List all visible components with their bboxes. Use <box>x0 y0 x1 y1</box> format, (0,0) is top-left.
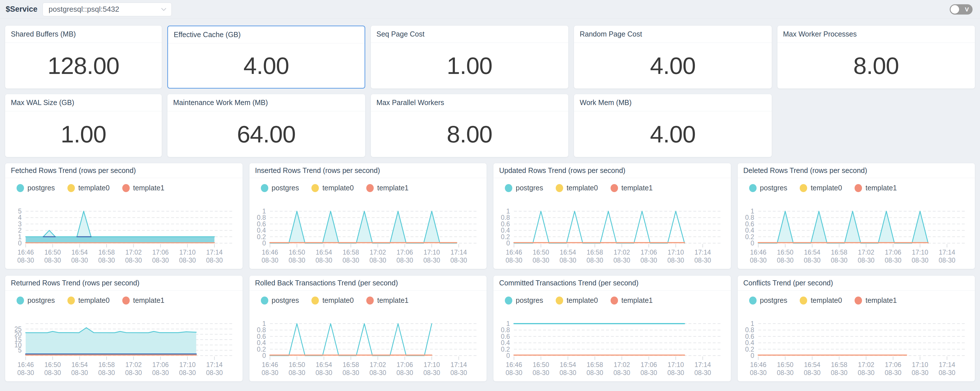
chart-card-updated-rows[interactable]: Updated Rows Trend (rows per second) pos… <box>493 163 731 269</box>
stat-card-effective-cache[interactable]: Effective Cache (GB) 4.00 <box>167 26 365 89</box>
svg-text:16:58: 16:58 <box>342 361 359 369</box>
legend-item-postgres[interactable]: postgres <box>17 184 55 192</box>
returned-rows-chart: 51015202516:4608-3016:5008-3016:5408-301… <box>5 313 243 381</box>
svg-text:16:46: 16:46 <box>262 249 278 256</box>
svg-text:08-30: 08-30 <box>912 369 928 377</box>
legend-item-template0[interactable]: template0 <box>556 296 598 304</box>
stat-card-work-mem[interactable]: Work Mem (MB) 4.00 <box>574 94 772 157</box>
stat-card-max-parallel-workers[interactable]: Max Parallel Workers 8.00 <box>371 94 569 157</box>
svg-text:3: 3 <box>18 220 22 228</box>
svg-text:08-30: 08-30 <box>98 369 115 377</box>
svg-text:08-30: 08-30 <box>939 369 955 377</box>
svg-text:08-30: 08-30 <box>750 256 767 264</box>
svg-text:17:02: 17:02 <box>614 249 630 256</box>
svg-text:08-30: 08-30 <box>830 256 848 264</box>
stat-title: Maintenance Work Mem (MB) <box>167 94 365 111</box>
svg-text:17:06: 17:06 <box>152 361 169 369</box>
chart-card-conflicts[interactable]: Conflicts Trend (per second) postgrestem… <box>738 276 975 381</box>
svg-text:4: 4 <box>18 214 22 221</box>
svg-text:17:14: 17:14 <box>206 249 223 256</box>
stat-value: 4.00 <box>574 43 772 89</box>
legend-dot-icon <box>800 296 807 304</box>
svg-text:25: 25 <box>14 325 22 333</box>
legend-dot-icon <box>854 296 862 304</box>
svg-text:16:54: 16:54 <box>560 361 576 369</box>
legend-item-postgres[interactable]: postgres <box>749 296 788 304</box>
svg-text:08-30: 08-30 <box>694 256 711 264</box>
legend-item-template1[interactable]: template1 <box>854 296 897 304</box>
legend-label: postgres <box>760 184 788 192</box>
updated-rows-chart: 00.20.40.60.8116:4608-3016:5008-3016:540… <box>493 200 731 269</box>
chart-card-fetched-rows[interactable]: Fetched Rows Trend (rows per second) pos… <box>5 163 243 269</box>
chart-card-rolled-back-transactions[interactable]: Rolled Back Transactions Trend (per seco… <box>250 276 487 381</box>
legend-dot-icon <box>749 296 757 304</box>
stat-title: Max Worker Processes <box>778 26 975 43</box>
legend-item-template0[interactable]: template0 <box>800 184 842 192</box>
svg-text:08-30: 08-30 <box>506 256 523 264</box>
stat-card-seq-page-cost[interactable]: Seq Page Cost 1.00 <box>371 26 569 89</box>
view-toggle[interactable]: V <box>950 4 972 14</box>
legend-item-postgres[interactable]: postgres <box>261 296 299 304</box>
legend-dot-icon <box>122 296 130 304</box>
stat-value: 8.00 <box>778 43 975 89</box>
svg-text:17:06: 17:06 <box>152 249 169 256</box>
service-select[interactable]: postgresql::psql:5432 <box>43 3 172 16</box>
svg-text:0.4: 0.4 <box>501 339 510 347</box>
legend-item-template1[interactable]: template1 <box>854 184 897 192</box>
svg-text:0.2: 0.2 <box>256 346 266 353</box>
stat-card-max-wal-size[interactable]: Max WAL Size (GB) 1.00 <box>5 94 162 157</box>
legend-item-postgres[interactable]: postgres <box>261 184 299 192</box>
stat-card-shared-buffers[interactable]: Shared Buffers (MB) 128.00 <box>5 26 162 89</box>
stat-card-random-page-cost[interactable]: Random Page Cost 4.00 <box>574 26 772 89</box>
legend-item-template0[interactable]: template0 <box>556 184 598 192</box>
svg-text:0: 0 <box>751 352 754 359</box>
committed-transactions-chart: 00.20.40.60.8116:4608-3016:5008-3016:540… <box>493 313 731 381</box>
chart-card-committed-transactions[interactable]: Committed Transactions Trend (per second… <box>493 276 731 381</box>
legend-item-template1[interactable]: template1 <box>611 296 653 304</box>
legend-dot-icon <box>800 184 807 192</box>
legend-item-template0[interactable]: template0 <box>67 184 110 192</box>
svg-text:16:58: 16:58 <box>831 361 847 369</box>
legend-item-template0[interactable]: template0 <box>312 184 354 192</box>
svg-text:08-30: 08-30 <box>206 256 223 264</box>
chart-title: Rolled Back Transactions Trend (per seco… <box>250 276 487 291</box>
svg-text:0: 0 <box>262 239 266 247</box>
legend-item-template1[interactable]: template1 <box>366 184 409 192</box>
svg-text:17:14: 17:14 <box>450 249 467 256</box>
svg-text:17:10: 17:10 <box>423 249 440 256</box>
svg-text:0.4: 0.4 <box>745 226 754 234</box>
svg-text:08-30: 08-30 <box>369 256 386 264</box>
legend-item-template1[interactable]: template1 <box>122 296 165 304</box>
legend-item-postgres[interactable]: postgres <box>749 184 788 192</box>
svg-text:17:14: 17:14 <box>939 361 955 369</box>
svg-text:08-30: 08-30 <box>587 369 603 377</box>
legend-dot-icon <box>67 296 75 304</box>
legend-item-template0[interactable]: template0 <box>312 296 354 304</box>
chart-title: Conflicts Trend (per second) <box>738 276 975 291</box>
svg-text:08-30: 08-30 <box>125 256 142 264</box>
legend-item-template0[interactable]: template0 <box>800 296 842 304</box>
svg-text:16:50: 16:50 <box>533 249 549 256</box>
svg-text:17:06: 17:06 <box>885 249 901 256</box>
svg-text:16:54: 16:54 <box>315 249 332 256</box>
legend-item-postgres[interactable]: postgres <box>505 296 543 304</box>
legend-item-template0[interactable]: template0 <box>67 296 110 304</box>
svg-text:17:10: 17:10 <box>667 361 684 369</box>
svg-text:16:54: 16:54 <box>315 361 332 369</box>
legend-item-postgres[interactable]: postgres <box>505 184 543 192</box>
legend-item-postgres[interactable]: postgres <box>17 296 55 304</box>
stat-card-max-worker-processes[interactable]: Max Worker Processes 8.00 <box>778 26 975 89</box>
chart-card-returned-rows[interactable]: Returned Rows Trend (rows per second) po… <box>5 276 243 381</box>
svg-text:0.2: 0.2 <box>745 233 754 241</box>
legend-item-template1[interactable]: template1 <box>122 184 165 192</box>
svg-text:0: 0 <box>18 239 22 247</box>
svg-text:08-30: 08-30 <box>18 256 34 264</box>
legend-item-template1[interactable]: template1 <box>366 296 409 304</box>
svg-text:16:46: 16:46 <box>750 249 766 256</box>
toggle-knob-icon <box>951 5 959 14</box>
stat-value: 1.00 <box>5 111 162 157</box>
stat-card-maintenance-work-mem[interactable]: Maintenance Work Mem (MB) 64.00 <box>167 94 365 157</box>
chart-card-deleted-rows[interactable]: Deleted Rows Trend (rows per second) pos… <box>738 163 975 269</box>
chart-card-inserted-rows[interactable]: Inserted Rows Trend (rows per second) po… <box>250 163 487 269</box>
legend-item-template1[interactable]: template1 <box>611 184 653 192</box>
